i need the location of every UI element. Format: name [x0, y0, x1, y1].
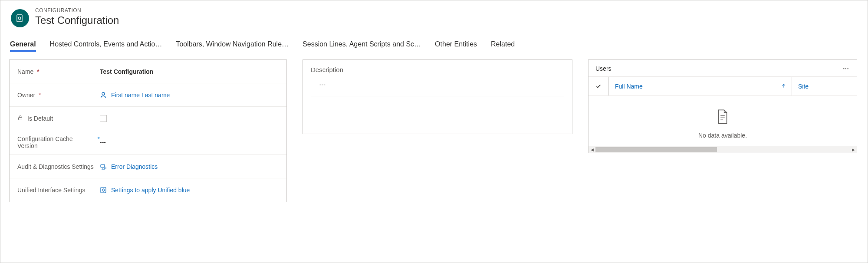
field-label-audit: Audit & Diagnostics Settings [17, 163, 94, 170]
description-card: Description --- [302, 59, 572, 134]
empty-state: No data available. [589, 96, 857, 146]
users-card: Users ⋯ Full Name Site No data available… [588, 59, 857, 153]
scroll-thumb[interactable] [595, 147, 717, 152]
field-label-is-default: Is Default [27, 115, 53, 122]
record-header: CONFIGURATION Test Configuration [9, 7, 859, 27]
page-title: Test Configuration [35, 14, 119, 26]
scroll-left-icon[interactable]: ◀ [589, 146, 595, 153]
settings-icon [100, 186, 108, 194]
tab-hosted-controls[interactable]: Hosted Controls, Events and Actio… [50, 39, 162, 51]
field-cache-version[interactable]: Configuration Cache Version * --- [10, 130, 286, 155]
svg-point-7 [102, 189, 105, 191]
field-owner[interactable]: Owner * First name Last name [10, 83, 286, 107]
field-label-cache-version: Configuration Cache Version [17, 135, 94, 149]
field-label-unified: Unified Interface Settings [17, 187, 85, 194]
field-label-owner: Owner [17, 92, 35, 99]
required-marker: * [37, 68, 39, 75]
description-value[interactable]: --- [311, 81, 564, 96]
entity-icon [11, 9, 29, 27]
field-value-cache-version[interactable]: --- [100, 139, 279, 146]
description-label: Description [311, 66, 564, 73]
tab-bar: General Hosted Controls, Events and Acti… [9, 39, 859, 51]
person-icon [100, 91, 108, 99]
tab-related[interactable]: Related [491, 39, 515, 51]
column-site[interactable]: Site [792, 77, 857, 95]
unified-link[interactable]: Settings to apply Unified blue [111, 187, 190, 194]
lock-icon [17, 115, 23, 121]
empty-text: No data available. [698, 132, 747, 139]
column-full-name[interactable]: Full Name [608, 77, 792, 95]
svg-point-2 [102, 92, 105, 95]
svg-rect-4 [101, 164, 105, 168]
users-title: Users [595, 65, 612, 72]
more-icon[interactable]: ⋯ [843, 65, 850, 72]
entity-kicker: CONFIGURATION [35, 7, 119, 13]
field-label-name: Name [17, 68, 33, 75]
field-unified[interactable]: Unified Interface Settings Settings to a… [10, 178, 286, 202]
field-is-default: Is Default [10, 107, 286, 130]
horizontal-scrollbar[interactable]: ◀ ▶ [589, 146, 857, 153]
users-column-header: Full Name Site [589, 77, 857, 96]
svg-rect-6 [101, 187, 106, 193]
audit-link[interactable]: Error Diagnostics [111, 163, 158, 170]
tab-general[interactable]: General [10, 39, 36, 51]
is-default-checkbox [100, 115, 107, 122]
svg-point-5 [104, 167, 106, 169]
svg-rect-3 [18, 117, 22, 120]
scroll-right-icon[interactable]: ▶ [850, 146, 857, 153]
document-icon [716, 109, 729, 126]
required-marker: * [39, 92, 41, 99]
select-all-column[interactable] [589, 83, 608, 89]
diagnostics-icon [100, 163, 108, 171]
tab-toolbars[interactable]: Toolbars, Window Navigation Rule… [176, 39, 289, 51]
field-audit[interactable]: Audit & Diagnostics Settings Error Diagn… [10, 155, 286, 178]
field-name[interactable]: Name * Test Configuration [10, 60, 286, 83]
tab-session-lines[interactable]: Session Lines, Agent Scripts and Sc… [302, 39, 421, 51]
arrow-up-icon [781, 83, 786, 90]
tab-other-entities[interactable]: Other Entities [435, 39, 477, 51]
owner-link[interactable]: First name Last name [111, 92, 170, 99]
field-value-name[interactable]: Test Configuration [100, 68, 279, 75]
form-card: Name * Test Configuration Owner * First … [9, 59, 287, 202]
svg-rect-0 [17, 15, 22, 22]
